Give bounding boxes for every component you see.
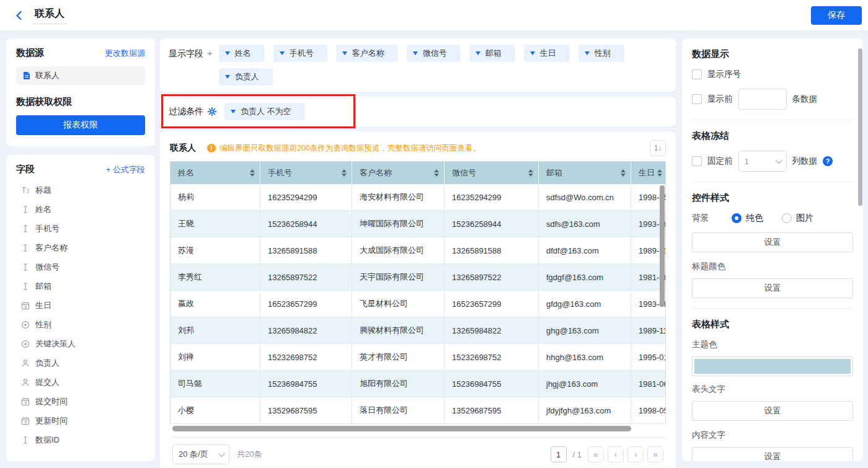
background-set-button[interactable]: 设置	[692, 232, 853, 252]
display-field-tag[interactable]: 客户名称	[336, 45, 398, 62]
background-label: 背景	[692, 213, 732, 224]
table-row[interactable]: 刘邦13265984822腾骏材料有限公司13265984822ghg@163.…	[170, 317, 665, 344]
table-row[interactable]: 刘禅15232698752英才有限公司15232698752hhgh@163.c…	[170, 344, 665, 371]
save-button[interactable]: 保存	[811, 6, 862, 25]
last-page-icon[interactable]: »	[647, 446, 663, 462]
table-row[interactable]: 小樱13529687595落日有限公司13529687595jfdyjfgh@1…	[170, 397, 665, 424]
sort-icon[interactable]	[657, 169, 662, 177]
field-item[interactable]: 关键决策人	[16, 334, 145, 353]
field-item-label: 负责人	[35, 358, 60, 369]
perm-title: 数据获取权限	[16, 96, 145, 108]
table-row[interactable]: 嬴政16523657299飞星材料公司16523657299gfdg@163.c…	[170, 291, 665, 317]
table-row[interactable]: 杨莉16235294299海安材料有限公司16235294299sdfsd@Wo…	[170, 184, 665, 211]
field-item[interactable]: 负责人	[16, 353, 145, 373]
add-field-icon[interactable]: +	[207, 45, 213, 62]
sort-order-icon[interactable]: 1↓	[650, 140, 666, 156]
field-item[interactable]: 手机号	[16, 219, 145, 238]
display-field-tag[interactable]: 手机号	[273, 45, 327, 62]
field-item[interactable]: 姓名	[16, 200, 145, 219]
field-item[interactable]: 标题	[16, 180, 145, 200]
column-header[interactable]: 生日	[631, 162, 665, 184]
field-item[interactable]: 客户名称	[16, 238, 145, 257]
display-field-tag[interactable]: 负责人	[219, 68, 273, 86]
divider	[692, 182, 853, 182]
table-cell: 杨莉	[170, 184, 260, 211]
gear-icon[interactable]	[207, 107, 217, 117]
column-header[interactable]: 客户名称	[352, 162, 445, 184]
body-text-label: 内容文字	[692, 430, 853, 441]
column-header-label: 手机号	[268, 167, 292, 179]
row-limit-input[interactable]	[738, 89, 787, 110]
title-color-set-button[interactable]: 设置	[692, 278, 853, 298]
field-item[interactable]: 微信号	[16, 257, 145, 276]
prev-page-icon[interactable]: ‹	[608, 446, 624, 462]
table-row[interactable]: 苏漫13265891588大成国际有限公司13265891588dfdf@163…	[170, 237, 665, 264]
column-header[interactable]: 姓名	[170, 162, 260, 184]
table-cell: 李秀红	[170, 264, 260, 291]
show-index-checkbox[interactable]	[692, 69, 702, 79]
table-row[interactable]: 司马懿15236984755旭阳有限公司15236984755jhgj@163.…	[170, 371, 665, 397]
sort-icon[interactable]	[342, 169, 347, 177]
table-row[interactable]: 王晓15236258944坤曜国际有限公司15236258944sdfs@163…	[170, 211, 665, 237]
horizontal-scrollbar-thumb[interactable]	[172, 426, 631, 431]
current-page-input[interactable]: 1	[551, 446, 567, 462]
solid-color-radio[interactable]: 纯色	[732, 213, 763, 224]
change-datasource-link[interactable]: 更改数据源	[105, 48, 145, 59]
first-page-icon[interactable]: «	[588, 446, 604, 462]
display-field-tag[interactable]: 性别	[578, 45, 624, 62]
filter-condition-tag[interactable]: 负责人 不为空	[224, 103, 305, 120]
table-row[interactable]: 李秀红13265897522天宇国际有限公司13265897522fgdgf@1…	[170, 264, 665, 291]
field-item[interactable]: 性别	[16, 315, 145, 334]
body-text-set-button[interactable]: 设置	[692, 447, 853, 461]
datasource-card: 数据源 更改数据源 联系人 数据获取权限 报表权限	[6, 38, 155, 146]
horizontal-scrollbar[interactable]	[171, 426, 665, 432]
vertical-scrollbar[interactable]	[660, 185, 665, 307]
field-item[interactable]: 提交人	[16, 373, 145, 392]
help-icon[interactable]: ?	[823, 156, 833, 166]
field-item[interactable]: 生日	[16, 296, 145, 315]
table-cell: ghg@163.com	[539, 317, 631, 344]
display-field-tag[interactable]: 生日	[524, 45, 570, 62]
image-radio[interactable]: 图片	[782, 213, 813, 224]
panel-scrollbar[interactable]	[858, 48, 862, 206]
pagination-bar: 20 条/页 共20条 1 / 1 «‹›»	[170, 437, 666, 466]
next-page-icon[interactable]: ›	[627, 446, 644, 462]
column-header[interactable]: 邮箱	[539, 162, 631, 184]
field-item[interactable]: 提交时间	[16, 392, 145, 411]
table-cell: 1995-01	[631, 344, 665, 371]
back-icon[interactable]	[14, 10, 25, 21]
show-first-checkbox[interactable]	[692, 94, 702, 104]
solid-color-label: 纯色	[746, 213, 763, 224]
table-cell: hhgh@163.com	[539, 344, 631, 371]
report-permission-button[interactable]: 报表权限	[16, 115, 145, 135]
sort-icon[interactable]	[621, 169, 626, 177]
table-cell: 13265891588	[260, 237, 352, 264]
datasource-item-label: 联系人	[35, 70, 60, 81]
column-header[interactable]: 微信号	[445, 162, 539, 184]
display-field-tag[interactable]: 邮箱	[469, 45, 515, 62]
formula-field-link[interactable]: + 公式字段	[106, 164, 145, 175]
header-text-set-button[interactable]: 设置	[692, 401, 853, 421]
tag-label: 生日	[540, 48, 556, 59]
page-size-select[interactable]: 20 条/页	[172, 444, 229, 464]
freeze-count-select[interactable]: 1	[738, 151, 787, 172]
text-icon	[21, 244, 30, 252]
display-field-tag[interactable]: 姓名	[219, 45, 265, 62]
table-cell: 小樱	[170, 397, 260, 424]
fields-card: 字段 + 公式字段 标题姓名手机号客户名称微信号邮箱生日性别关键决策人负责人提交…	[6, 155, 155, 461]
theme-color-swatch[interactable]	[692, 356, 853, 376]
field-item[interactable]: 邮箱	[16, 276, 145, 296]
sort-icon[interactable]	[528, 169, 533, 177]
total-pages: / 1	[573, 450, 582, 459]
sort-icon[interactable]	[434, 169, 439, 177]
radio-selected-icon	[732, 213, 742, 223]
datasource-item[interactable]: 联系人	[16, 66, 145, 85]
chevron-down-icon	[280, 51, 285, 55]
column-header[interactable]: 手机号	[260, 162, 352, 184]
field-item[interactable]: 更新时间	[16, 411, 145, 430]
display-field-tag[interactable]: 微信号	[407, 45, 461, 62]
freeze-checkbox[interactable]	[692, 156, 702, 166]
sort-icon[interactable]	[250, 169, 255, 177]
chevron-down-icon	[775, 157, 782, 164]
field-item[interactable]: 数据ID	[16, 430, 145, 449]
